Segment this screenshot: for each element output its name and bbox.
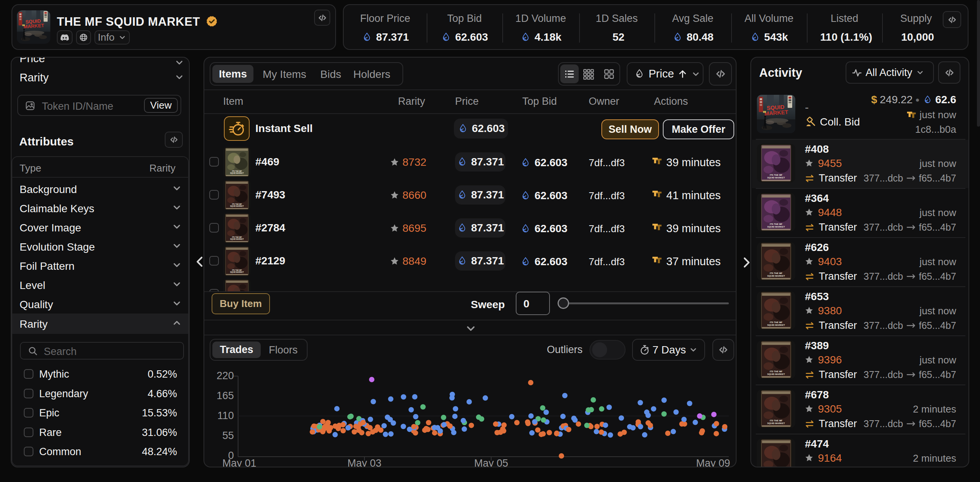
svg-text:SQUID MARKET: SQUID MARKET: [767, 422, 785, 424]
svg-text:SQUID MARKET: SQUID MARKET: [767, 373, 785, 375]
svg-text:ITS THE MF: ITS THE MF: [770, 223, 783, 225]
svg-text:SQUID MARKET: SQUID MARKET: [767, 324, 785, 326]
svg-text:SQUID MARKET: SQUID MARKET: [767, 275, 785, 277]
svg-text:ITS THE MF: ITS THE MF: [770, 321, 783, 324]
svg-text:ITS THE MF: ITS THE MF: [770, 174, 783, 176]
svg-text:SQUID MARKET: SQUID MARKET: [767, 177, 785, 179]
svg-text:SQUID MARKET: SQUID MARKET: [767, 226, 785, 228]
svg-text:ITS THE MF: ITS THE MF: [770, 370, 783, 373]
svg-text:ITS THE MF: ITS THE MF: [770, 272, 783, 274]
svg-text:ITS THE MF: ITS THE MF: [770, 419, 783, 422]
